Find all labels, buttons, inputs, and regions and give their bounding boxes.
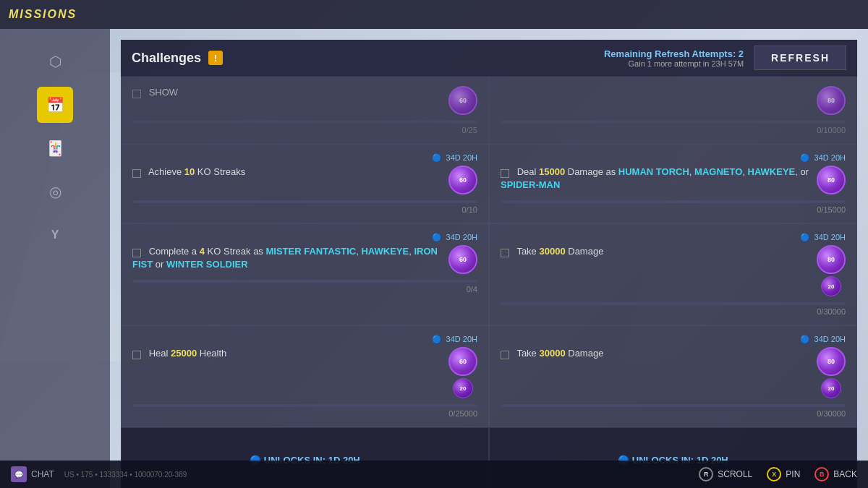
- challenge-row: Take 30000 Damage 80 20: [501, 347, 846, 398]
- progress-container: 0/25000: [132, 404, 477, 418]
- sidebar-item-target[interactable]: ◎: [37, 174, 73, 210]
- main-content: Challenges ! Remaining Refresh Attempts:…: [110, 29, 868, 488]
- challenge-take-damage-1: 🔵 34D 20H Take 30000 Damage 80 20 0/3000…: [489, 223, 857, 325]
- challenges-grid: SHOW 60 0/25 80: [121, 77, 857, 488]
- challenge-text: Take 30000 Damage: [501, 347, 817, 360]
- progress-bar-bg: [501, 200, 846, 203]
- progress-bar-bg: [132, 280, 477, 283]
- reward-icons: 80 20: [817, 245, 846, 296]
- progress-container: 0/4: [132, 280, 477, 294]
- checkbox: [501, 351, 509, 359]
- exclaim-badge: !: [208, 51, 223, 65]
- challenge-partial-right: 80 0/10000: [489, 77, 857, 144]
- challenge-text: Heal 25000 Health: [132, 347, 448, 360]
- scroll-control: R SCROLL: [699, 467, 752, 481]
- bottom-controls: R SCROLL X PIN B BACK: [699, 467, 857, 481]
- x-button-icon: X: [767, 467, 781, 481]
- challenge-row: Complete a 4 KO Streak as MISTER FANTAST…: [132, 245, 477, 274]
- challenge-deal-damage: 🔵 34D 20H Deal 15000 Damage as HUMAN TOR…: [489, 144, 857, 223]
- pin-control: X PIN: [767, 467, 800, 481]
- progress-container: 0/25: [132, 121, 477, 134]
- checkbox: [501, 249, 509, 257]
- scroll-label: SCROLL: [718, 469, 752, 479]
- reward-gem-large: 80: [817, 245, 846, 274]
- reward-gem: 80: [817, 86, 846, 115]
- refresh-button[interactable]: REFRESH: [754, 46, 846, 70]
- reward-icons: 60: [448, 166, 477, 194]
- challenge-text: Complete a 4 KO Streak as MISTER FANTAST…: [132, 245, 448, 271]
- refresh-attempts-text: Remaining Refresh Attempts: 2: [604, 48, 744, 59]
- challenge-ko-streak-heroes: 🔵 34D 20H Complete a 4 KO Streak as MIST…: [121, 223, 489, 325]
- progress-text: 0/30000: [501, 307, 846, 316]
- reward-icons: 60: [448, 86, 477, 115]
- back-control[interactable]: B BACK: [814, 467, 857, 481]
- sidebar: ⬡ 📅 🃏 ◎ Y: [0, 29, 110, 488]
- back-label: BACK: [833, 469, 857, 479]
- checkbox: [132, 351, 141, 359]
- progress-text: 0/10000: [501, 126, 846, 134]
- reward-gem: 80: [817, 166, 846, 194]
- connection-info: US • 175 • 1333334 • 1000070:20-389: [64, 471, 187, 479]
- sidebar-item-hexagon[interactable]: ⬡: [37, 43, 73, 80]
- progress-container: 0/10: [132, 200, 477, 214]
- challenge-timer: 🔵 34D 20H: [132, 153, 477, 163]
- checkbox: [132, 90, 141, 98]
- progress-bar-bg: [132, 200, 477, 203]
- chat-icon: 💬: [11, 466, 27, 482]
- progress-text: 0/10: [132, 205, 477, 214]
- progress-container: 0/10000: [501, 121, 846, 134]
- challenge-timer: 🔵 34D 20H: [501, 153, 846, 163]
- progress-text: 0/25000: [132, 409, 477, 418]
- reward-icons: 60: [448, 245, 477, 274]
- progress-bar-bg: [501, 302, 846, 305]
- page-title: MISSIONS: [9, 8, 77, 21]
- progress-text: 0/4: [132, 285, 477, 294]
- timer-dot-icon: 🔵: [800, 233, 810, 241]
- reward-gem-small: 20: [821, 378, 841, 398]
- chat-label: CHAT: [31, 469, 54, 479]
- progress-container: 0/30000: [501, 404, 846, 418]
- progress-bar-bg: [501, 121, 846, 124]
- progress-container: 0/15000: [501, 200, 846, 214]
- chat-section[interactable]: 💬 CHAT US • 175 • 1333334 • 1000070:20-3…: [11, 466, 187, 482]
- progress-bar-bg: [132, 404, 477, 407]
- top-bar: MISSIONS: [0, 0, 868, 29]
- b-button-icon: B: [814, 467, 829, 481]
- progress-bar-bg: [132, 121, 477, 124]
- sidebar-item-calendar[interactable]: 📅: [37, 87, 73, 123]
- reward-icons: 80 20: [817, 347, 846, 398]
- pin-label: PIN: [786, 469, 800, 479]
- challenge-ko-streaks: 🔵 34D 20H Achieve 10 KO Streaks 60: [121, 144, 489, 223]
- challenge-row: Take 30000 Damage 80 20: [501, 245, 846, 296]
- reward-gem-small: 20: [453, 378, 473, 398]
- challenge-heal-health: 🔵 34D 20H Heal 25000 Health 60 20 0/2500…: [121, 325, 489, 427]
- checkbox: [132, 169, 141, 178]
- reward-gem-small: 20: [821, 276, 841, 296]
- progress-text: 0/30000: [501, 409, 846, 418]
- checkbox: [501, 169, 509, 178]
- progress-container: 0/30000: [501, 302, 846, 316]
- timer-dot-icon: 🔵: [432, 335, 442, 343]
- challenge-timer: 🔵 34D 20H: [132, 233, 477, 242]
- reward-icons: 60 20: [448, 347, 477, 398]
- challenge-timer: 🔵 34D 20H: [132, 335, 477, 344]
- reward-gem-large: 80: [817, 347, 846, 376]
- challenges-header: Challenges ! Remaining Refresh Attempts:…: [121, 40, 857, 77]
- reward-icons: 80: [817, 86, 846, 115]
- timer-dot-icon: 🔵: [432, 233, 442, 241]
- sidebar-item-cards[interactable]: 🃏: [37, 130, 73, 166]
- reward-gem-large: 60: [448, 347, 477, 376]
- challenge-timer: 🔵 34D 20H: [501, 233, 846, 242]
- reward-gem: 60: [448, 245, 477, 274]
- reward-gem: 60: [448, 86, 477, 115]
- challenge-take-damage-2: 🔵 34D 20H Take 30000 Damage 80 20 0/3000…: [489, 325, 857, 427]
- refresh-timer-text: Gain 1 more attempt in 23H 57M: [604, 59, 744, 68]
- challenge-partial-left: SHOW 60 0/25: [121, 77, 489, 144]
- challenges-title: Challenges: [132, 51, 201, 66]
- sidebar-item-y[interactable]: Y: [37, 217, 73, 253]
- reward-icons: 80: [817, 166, 846, 194]
- progress-bar-bg: [501, 404, 846, 407]
- timer-dot-icon: 🔵: [432, 153, 442, 162]
- timer-dot-icon: 🔵: [800, 153, 810, 162]
- bottom-bar: 💬 CHAT US • 175 • 1333334 • 1000070:20-3…: [0, 461, 868, 488]
